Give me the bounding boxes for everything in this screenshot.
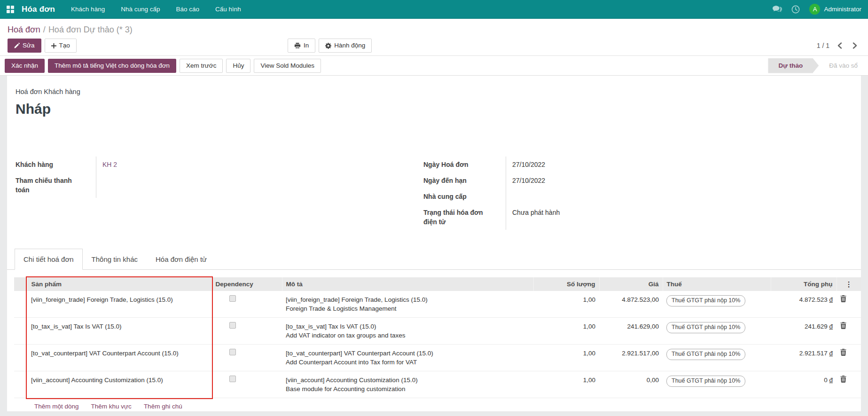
quantity-cell[interactable]: 1,00 (533, 371, 599, 398)
tax-cell[interactable]: Thuế GTGT phải nộp 10% (663, 318, 771, 345)
column-options-header[interactable]: ⋮ (837, 277, 861, 291)
statusbar-secondary-button[interactable]: Hủy (226, 59, 250, 73)
product-cell[interactable]: [viin_account] Accounting Customization … (27, 371, 211, 398)
delete-row-button[interactable] (840, 349, 846, 356)
form-fields-left: Khách hàngKH 2Tham chiếu thanh toán (16, 157, 316, 230)
dependency-checkbox[interactable] (229, 295, 236, 302)
table-row[interactable]: [viin_account] Accounting Customization … (14, 371, 861, 398)
product-cell[interactable]: [viin_foreign_trade] Foreign Trade, Logi… (27, 291, 211, 318)
action-button[interactable]: Hành động (319, 39, 372, 53)
tax-cell[interactable]: Thuế GTGT phải nộp 10% (663, 371, 771, 398)
statusbar-secondary-button[interactable]: View Sold Modules (254, 59, 321, 73)
user-menu[interactable]: A Administrator (809, 4, 861, 15)
field-value: Chưa phát hành (506, 204, 560, 230)
currency-dong-symbol: đ (829, 350, 833, 357)
print-button[interactable]: In (288, 39, 315, 53)
breadcrumb-root[interactable]: Hoá đơn (8, 25, 40, 34)
top-menu-cấu-hình[interactable]: Cấu hình (215, 6, 241, 13)
apps-menu-icon[interactable] (7, 6, 14, 13)
statusbar: Xác nhậnThêm mô tả tiếng Việt cho dòng h… (0, 55, 868, 76)
trash-icon (840, 349, 846, 356)
top-navbar: Hóa đơn Khách hàngNhà cung cấpBáo cáoCấu… (0, 0, 868, 19)
top-menu-nhà-cung-cấp[interactable]: Nhà cung cấp (121, 6, 160, 13)
description-cell[interactable]: [to_vat_counterpart] VAT Counterpart Acc… (282, 345, 533, 371)
delete-row-button[interactable] (840, 376, 846, 383)
invoice-lines-section: Sản phẩmDependencyMô tảSố lượngGiáThuếTổ… (14, 277, 854, 410)
status-state-active[interactable]: Dự thảo (768, 58, 819, 73)
document-title: Nháp (16, 101, 861, 117)
column-header-tổng-phụ[interactable]: Tổng phụ (771, 277, 837, 291)
line-action-thêm-ghi-chú[interactable]: Thêm ghi chú (144, 403, 182, 410)
description-line-2: Add Counterpart Account into Tax form fo… (286, 358, 530, 367)
price-cell[interactable]: 0,00 (599, 371, 663, 398)
price-cell[interactable]: 4.872.523,00 (599, 291, 663, 318)
column-options-icon[interactable]: ⋮ (841, 280, 858, 288)
tax-cell[interactable]: Thuế GTGT phải nộp 10% (663, 291, 771, 318)
pager-previous-button[interactable] (836, 41, 843, 50)
product-cell[interactable]: [to_tax_is_vat] Tax Is VAT (15.0) (27, 318, 211, 345)
row-gutter-header (14, 277, 27, 291)
statusbar-primary-button[interactable]: Thêm mô tả tiếng Việt cho dòng hóa đơn (48, 59, 176, 73)
field-value[interactable]: KH 2 (96, 157, 117, 173)
dependency-checkbox[interactable] (229, 322, 236, 329)
avatar: A (809, 4, 820, 15)
chevron-right-icon (852, 42, 858, 49)
tab-chi-tiết-hoá-đơn[interactable]: Chi tiết hoá đơn (15, 249, 83, 270)
price-cell[interactable]: 2.921.517,00 (599, 345, 663, 371)
tab-hóa-đơn-điện-tử[interactable]: Hóa đơn điện tử (147, 249, 216, 270)
field-value: 27/10/2022 (506, 173, 545, 188)
tax-badge: Thuế GTGT phải nộp 10% (666, 295, 745, 306)
document-type-label: Hoá đơn Khách hàng (16, 88, 861, 95)
create-button[interactable]: Tạo (45, 39, 77, 53)
price-cell[interactable]: 241.629,00 (599, 318, 663, 345)
app-title[interactable]: Hóa đơn (22, 5, 55, 14)
top-menu-khách-hàng[interactable]: Khách hàng (71, 6, 105, 13)
quantity-cell[interactable]: 1,00 (533, 345, 599, 371)
pencil-icon (14, 43, 20, 48)
quantity-cell[interactable]: 1,00 (533, 318, 599, 345)
table-row[interactable]: [to_vat_counterpart] VAT Counterpart Acc… (14, 345, 861, 371)
tab-thông-tin-khác[interactable]: Thông tin khác (83, 249, 147, 270)
edit-button[interactable]: Sửa (8, 39, 41, 53)
delete-cell (837, 318, 861, 345)
statusbar-secondary-button[interactable]: Xem trước (180, 59, 223, 73)
subtotal-amount: 241.629 (805, 323, 829, 330)
subtotal-cell: 241.629 đ (771, 318, 837, 345)
column-header-dependency[interactable]: Dependency (211, 277, 282, 291)
table-row[interactable]: [to_tax_is_vat] Tax Is VAT (15.0)[to_tax… (14, 318, 861, 345)
description-cell[interactable]: [to_tax_is_vat] Tax Is VAT (15.0)Add VAT… (282, 318, 533, 345)
dependency-cell (211, 318, 282, 345)
column-header-mô-tả[interactable]: Mô tả (282, 277, 533, 291)
table-row[interactable]: [viin_foreign_trade] Foreign Trade, Logi… (14, 291, 861, 318)
status-state-inactive[interactable]: Đã vào sổ (819, 58, 868, 73)
quantity-cell[interactable]: 1,00 (533, 291, 599, 318)
delete-row-button[interactable] (840, 295, 846, 302)
top-menu-báo-cáo[interactable]: Báo cáo (176, 6, 199, 13)
dependency-checkbox[interactable] (229, 376, 236, 382)
column-header-sản-phẩm[interactable]: Sản phẩm (27, 277, 211, 291)
statusbar-primary-button[interactable]: Xác nhận (5, 59, 45, 73)
column-header-thuế[interactable]: Thuế (663, 277, 771, 291)
activities-clock-icon[interactable] (791, 5, 800, 14)
column-header-giá[interactable]: Giá (599, 277, 663, 291)
currency-dong-symbol: đ (829, 377, 833, 384)
column-header-số-lượng[interactable]: Số lượng (533, 277, 599, 291)
currency-dong-symbol: đ (829, 323, 833, 330)
field-value: 27/10/2022 (506, 157, 545, 173)
breadcrumb-separator: / (40, 25, 48, 34)
description-cell[interactable]: [viin_account] Accounting Customization … (282, 371, 533, 398)
delete-cell (837, 291, 861, 318)
line-action-thêm-một-dòng[interactable]: Thêm một dòng (34, 403, 79, 410)
description-cell[interactable]: [viin_foreign_trade] Foreign Trade, Logi… (282, 291, 533, 318)
invoice-lines-table: Sản phẩmDependencyMô tảSố lượngGiáThuếTổ… (14, 277, 861, 398)
tax-cell[interactable]: Thuế GTGT phải nộp 10% (663, 345, 771, 371)
delete-row-button[interactable] (840, 322, 846, 329)
pager-next-button[interactable] (852, 41, 859, 50)
product-cell[interactable]: [to_vat_counterpart] VAT Counterpart Acc… (27, 345, 211, 371)
field-value (506, 188, 512, 204)
messages-icon[interactable] (773, 6, 782, 13)
field-left: Tham chiếu thanh toán (16, 173, 316, 198)
plus-icon (51, 43, 56, 48)
line-action-thêm-khu-vực[interactable]: Thêm khu vực (91, 403, 132, 410)
dependency-checkbox[interactable] (229, 349, 236, 355)
